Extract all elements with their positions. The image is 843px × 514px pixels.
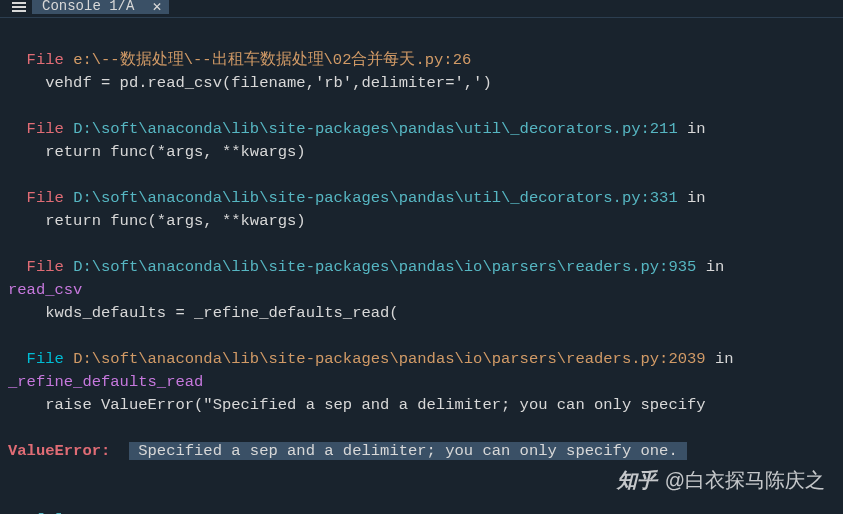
console-tab[interactable]: Console 1/A ✕: [32, 0, 169, 14]
file-path: D:\soft\anaconda\lib\site-packages\panda…: [73, 258, 696, 276]
code-line: raise ValueError("Specified a sep and a …: [8, 396, 715, 414]
error-message: Specified a sep and a delimiter; you can…: [129, 442, 687, 460]
in-keyword: in: [678, 189, 715, 207]
close-icon[interactable]: ✕: [152, 0, 161, 16]
file-path: D:\soft\anaconda\lib\site-packages\panda…: [73, 189, 678, 207]
code-line: vehdf = pd.read_csv(filename,'rb',delimi…: [8, 74, 492, 92]
file-keyword: File: [8, 350, 73, 368]
in-keyword: in: [678, 120, 715, 138]
console-output[interactable]: File e:\--数据处理\--出租车数据处理\02合并每天.py:26 ve…: [0, 18, 843, 514]
file-keyword: File: [8, 258, 73, 276]
func-name: read_csv: [8, 281, 82, 299]
func-name: _refine_defaults_read: [8, 373, 203, 391]
file-path: e:\--数据处理\--出租车数据处理\02合并每天.py:26: [73, 51, 471, 69]
editor-topbar: Console 1/A ✕: [0, 0, 843, 18]
error-label: ValueError:: [8, 442, 120, 460]
file-keyword: File: [8, 120, 73, 138]
file-path: D:\soft\anaconda\lib\site-packages\panda…: [73, 350, 706, 368]
in-keyword: in: [696, 258, 724, 276]
file-keyword: File: [8, 189, 73, 207]
hamburger-icon[interactable]: [0, 0, 32, 14]
file-keyword: File: [8, 51, 73, 69]
tab-label: Console 1/A: [42, 0, 134, 14]
in-keyword: in: [706, 350, 734, 368]
code-line: kwds_defaults = _refine_defaults_read(: [8, 304, 399, 322]
code-line: return func(*args, **kwargs): [8, 143, 306, 161]
code-line: return func(*args, **kwargs): [8, 212, 306, 230]
file-path: D:\soft\anaconda\lib\site-packages\panda…: [73, 120, 678, 138]
